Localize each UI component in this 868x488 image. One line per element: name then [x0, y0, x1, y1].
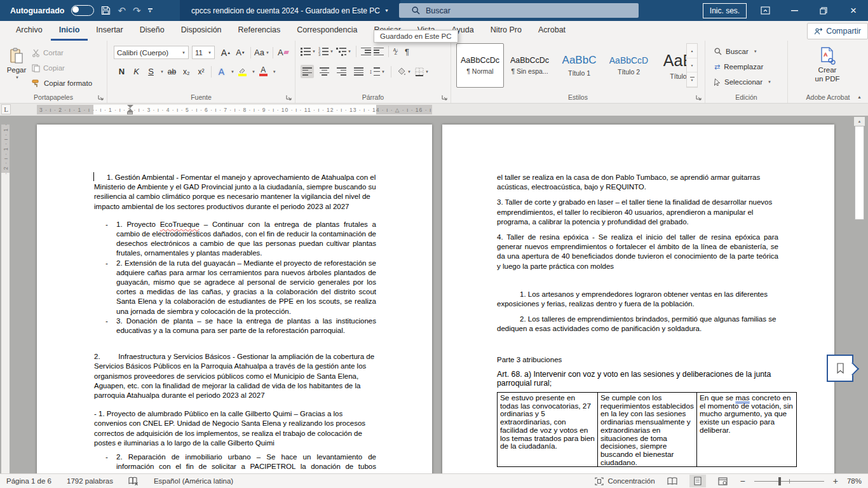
language-indicator[interactable]: Español (América latina): [154, 477, 233, 485]
styles-scroll-down-icon[interactable]: ▼: [687, 58, 697, 73]
zoom-slider[interactable]: [754, 475, 824, 487]
collapse-ribbon-icon[interactable]: ▲: [857, 95, 862, 99]
page-indicator[interactable]: Página 1 de 6: [6, 477, 51, 485]
font-color-button[interactable]: A: [257, 65, 270, 78]
autosave-toggle[interactable]: [71, 5, 94, 16]
replace-button[interactable]: ⇄ Reemplazar: [714, 60, 763, 74]
dialog-launcher-icon[interactable]: [98, 95, 104, 100]
tab-stop-selector[interactable]: L: [1, 104, 11, 114]
select-button[interactable]: Seleccionar ▼: [714, 75, 771, 89]
superscript-button[interactable]: x²: [194, 65, 208, 78]
underline-button[interactable]: S: [144, 65, 158, 78]
copy-button[interactable]: Copiar: [32, 61, 65, 75]
shading-button[interactable]: ▼: [397, 67, 411, 76]
style-normal[interactable]: AaBbCcDc ¶ Normal: [456, 43, 504, 88]
chevron-down-icon[interactable]: ▼: [252, 70, 255, 74]
tab-correspondencia[interactable]: Correspondencia: [288, 21, 365, 41]
focus-button[interactable]: Concentración: [595, 477, 654, 485]
share-button[interactable]: Compartir: [807, 23, 868, 39]
show-marks-button[interactable]: ¶: [405, 47, 409, 57]
change-case-button[interactable]: Aa▼: [254, 46, 269, 59]
restore-icon[interactable]: [810, 0, 837, 21]
read-mode-button[interactable]: [664, 475, 681, 487]
font-family-select[interactable]: Calibri (Cuerpo)▼: [114, 46, 189, 59]
grow-font-button[interactable]: A▲: [219, 46, 233, 59]
borders-button[interactable]: ▼: [415, 67, 429, 76]
ribbon-display-options-icon[interactable]: [751, 0, 779, 21]
sort-button[interactable]: A↓Z: [393, 48, 398, 55]
tab-acrobat[interactable]: Acrobat: [530, 21, 574, 41]
save-icon[interactable]: [101, 6, 111, 15]
dialog-launcher-icon[interactable]: [696, 95, 702, 100]
scroll-up-icon[interactable]: ▲: [854, 117, 865, 126]
align-right-button[interactable]: [335, 65, 348, 78]
highlight-button[interactable]: [236, 65, 249, 78]
italic-button[interactable]: K: [130, 65, 143, 78]
justify-button[interactable]: [352, 65, 365, 78]
clear-formatting-button[interactable]: A: [276, 46, 290, 59]
subscript-button[interactable]: x₂: [180, 65, 193, 78]
undo-icon[interactable]: ↶: [118, 6, 126, 15]
chevron-down-icon[interactable]: ▼: [231, 70, 234, 74]
increase-indent-button[interactable]: [374, 48, 384, 56]
sign-in-button[interactable]: Inic. ses.: [703, 3, 747, 18]
zoom-in-icon[interactable]: +: [833, 476, 838, 486]
vertical-scrollbar[interactable]: ▲: [854, 116, 865, 473]
minimize-icon[interactable]: [780, 0, 808, 21]
line-spacing-button[interactable]: ↕ ▼: [369, 67, 385, 76]
cut-button[interactable]: Cortar: [32, 46, 64, 60]
align-left-button[interactable]: [301, 65, 314, 78]
quick-access-more-icon[interactable]: ▼: [148, 8, 153, 13]
horizontal-ruler[interactable]: 3 · ı · 2 · ı · 1 · ı · · ı · 1 · ı · 2 …: [37, 105, 432, 114]
chevron-down-icon[interactable]: ▼: [273, 70, 276, 74]
web-layout-button[interactable]: [715, 475, 731, 487]
styles-scroll-up-icon[interactable]: ▲: [687, 44, 697, 58]
zoom-level[interactable]: 78%: [847, 477, 862, 485]
proofing-icon[interactable]: [128, 477, 139, 485]
page-2[interactable]: el taller se realiza en la casa de don P…: [442, 125, 834, 473]
paste-icon: [10, 48, 24, 64]
dialog-launcher-icon[interactable]: [286, 95, 292, 100]
vertical-ruler[interactable]: · 2 · ı · 1 · ı · 1 ·: [1, 125, 10, 473]
zoom-out-icon[interactable]: −: [740, 476, 745, 486]
multilevel-list-button[interactable]: ▼: [336, 48, 351, 56]
bookmark-button[interactable]: [827, 355, 853, 382]
create-pdf-button[interactable]: A Crear un PDF: [799, 44, 855, 95]
strikethrough-button[interactable]: ab: [165, 65, 179, 78]
zoom-slider-thumb[interactable]: [778, 477, 781, 485]
dialog-launcher-icon[interactable]: [442, 95, 447, 100]
chevron-down-icon[interactable]: ▼: [160, 70, 164, 74]
bold-button[interactable]: N: [115, 65, 128, 78]
format-painter-button[interactable]: Copiar formato: [32, 76, 92, 90]
indent-marker[interactable]: [127, 105, 133, 114]
numbering-button[interactable]: 123 ▼: [318, 48, 334, 56]
text-effects-button[interactable]: A: [215, 65, 228, 78]
print-layout-button[interactable]: [689, 475, 706, 487]
page-1[interactable]: 1. Gestión Ambiental - Fomentar el manej…: [37, 125, 432, 473]
tab-nitro-pro[interactable]: Nitro Pro: [482, 21, 530, 41]
paste-button[interactable]: Pegar ▼: [4, 44, 29, 97]
tab-insertar[interactable]: Insertar: [88, 21, 131, 41]
style-no-spacing[interactable]: AaBbCcDc ¶ Sin espa...: [506, 43, 553, 88]
close-icon[interactable]: ×: [839, 0, 868, 21]
tab-inicio[interactable]: Inicio: [51, 21, 88, 41]
styles-more-icon[interactable]: ▼: [687, 72, 697, 87]
tab-diseno[interactable]: Diseño: [132, 21, 173, 41]
font-size-select[interactable]: 11▼: [192, 46, 215, 59]
align-center-button[interactable]: [318, 65, 331, 78]
style-heading-2[interactable]: AaBbCcD Título 2: [605, 43, 653, 88]
redo-icon[interactable]: ↷: [133, 6, 141, 15]
find-button[interactable]: Buscar ▼: [714, 44, 757, 58]
document-title[interactable]: cpccs rendicion de cuenta 2024 - Guardad…: [180, 0, 400, 21]
shrink-font-button[interactable]: A▼: [234, 46, 247, 59]
document-canvas[interactable]: · 2 · ı · 1 · ı · 1 · 1. Gestión Ambient…: [0, 116, 868, 473]
style-heading-1[interactable]: AaBbC Título 1: [555, 43, 603, 88]
tab-referencias[interactable]: Referencias: [230, 21, 289, 41]
tab-disposicion[interactable]: Disposición: [173, 21, 230, 41]
decrease-indent-button[interactable]: [361, 48, 371, 56]
bullets-button[interactable]: ▼: [301, 48, 316, 56]
tab-archivo[interactable]: Archivo: [8, 21, 51, 41]
search-input[interactable]: Buscar: [399, 3, 639, 18]
word-count[interactable]: 1792 palabras: [67, 477, 113, 485]
scrollbar-thumb[interactable]: [855, 126, 864, 220]
